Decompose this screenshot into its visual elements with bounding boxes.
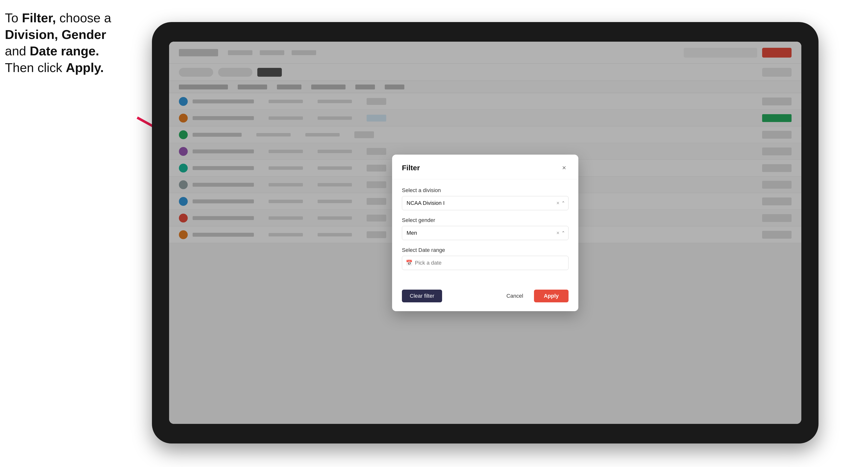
instruction-prefix: To [5, 11, 22, 25]
clear-filter-button[interactable]: Clear filter [402, 290, 442, 302]
gender-clear-icon[interactable]: × [556, 230, 559, 236]
instruction-line2: Division, Gender [5, 27, 106, 42]
division-select-wrapper: NCAA Division I NCAA Division II NCAA Di… [402, 196, 568, 210]
instruction-date-range: Date range. [30, 44, 99, 58]
gender-select-wrapper: Men Women × ⌃ [402, 226, 568, 240]
gender-select[interactable]: Men Women [402, 226, 568, 240]
select-clear-icon[interactable]: × [556, 200, 559, 206]
filter-modal: Filter × Select a division NCAA Division… [392, 155, 578, 311]
instruction-line3-prefix: and [5, 44, 30, 58]
close-icon: × [562, 164, 566, 172]
gender-label: Select gender [402, 217, 568, 223]
date-input[interactable] [402, 256, 568, 270]
modal-body: Select a division NCAA Division I NCAA D… [392, 179, 578, 285]
modal-header: Filter × [392, 155, 578, 179]
clear-filter-label: Clear filter [410, 293, 434, 299]
modal-close-button[interactable]: × [560, 163, 568, 172]
date-label: Select Date range [402, 247, 568, 253]
instruction-panel: To Filter, choose a Division, Gender and… [5, 10, 142, 76]
apply-label: Apply [544, 293, 559, 299]
modal-overlay: Filter × Select a division NCAA Division… [169, 42, 801, 424]
instruction-filter-word: Filter, [22, 11, 56, 25]
date-form-group: Select Date range 📅 [402, 247, 568, 270]
instruction-apply-word: Apply. [66, 61, 104, 75]
division-select[interactable]: NCAA Division I NCAA Division II NCAA Di… [402, 196, 568, 210]
tablet-screen: Filter × Select a division NCAA Division… [169, 42, 801, 424]
cancel-label: Cancel [506, 293, 523, 299]
division-label: Select a division [402, 187, 568, 193]
apply-button[interactable]: Apply [534, 290, 568, 302]
gender-form-group: Select gender Men Women × ⌃ [402, 217, 568, 240]
tablet-frame: Filter × Select a division NCAA Division… [152, 22, 818, 443]
modal-footer: Clear filter Cancel Apply [392, 285, 578, 311]
instruction-middle: choose a [56, 11, 111, 25]
cancel-button[interactable]: Cancel [500, 290, 529, 302]
division-form-group: Select a division NCAA Division I NCAA D… [402, 187, 568, 210]
date-input-wrapper: 📅 [402, 256, 568, 270]
instruction-line4-prefix: Then click [5, 61, 66, 75]
modal-title: Filter [402, 164, 420, 172]
modal-footer-right: Cancel Apply [500, 290, 568, 302]
